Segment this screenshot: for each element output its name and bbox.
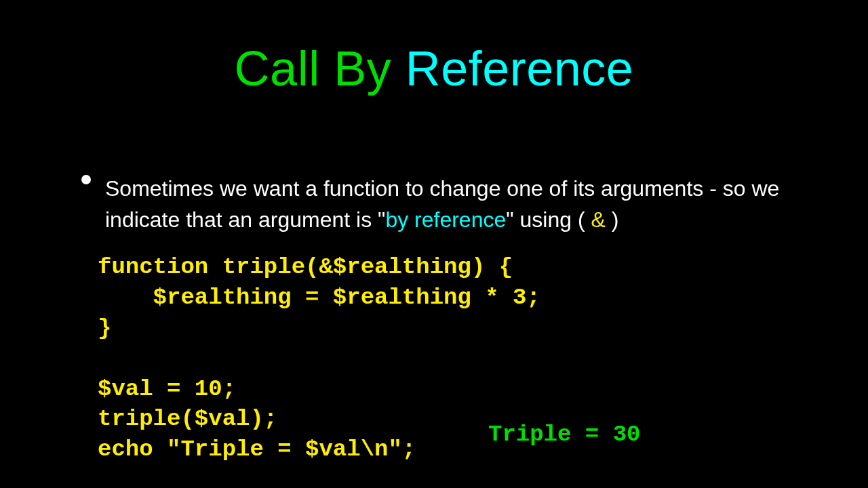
body-text: Sometimes we want a function to change o…	[105, 173, 797, 236]
body-highlight-amp: &	[591, 207, 605, 232]
code-block: function triple(&$realthing) { $realthin…	[98, 252, 540, 465]
title-part-1: Call By	[235, 41, 406, 96]
title-part-2: Reference	[406, 41, 634, 96]
slide-title: Call By Reference	[0, 41, 868, 96]
slide: Call By Reference Sometimes we want a fu…	[0, 0, 868, 488]
body-mid: " using (	[506, 207, 591, 232]
bullet-icon	[81, 175, 91, 184]
body-highlight-cyan: by reference	[385, 207, 506, 232]
output-block: Triple = 30	[488, 422, 640, 447]
body-post: )	[606, 207, 619, 232]
